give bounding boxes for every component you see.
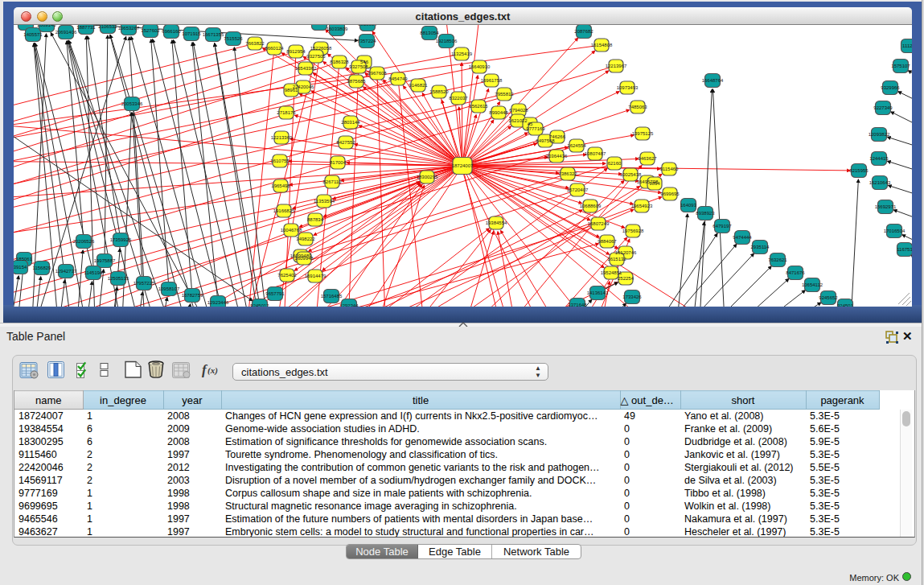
svg-text:7515526: 7515526 <box>224 36 243 41</box>
svg-text:1615132: 1615132 <box>607 257 626 262</box>
svg-text:1733426: 1733426 <box>622 295 642 299</box>
svg-text:16120746: 16120746 <box>615 250 637 255</box>
svg-text:15692971: 15692971 <box>875 204 897 209</box>
svg-text:8990448: 8990448 <box>489 110 508 115</box>
svg-text:18300295: 18300295 <box>417 175 438 179</box>
svg-text:1610755: 1610755 <box>270 159 290 163</box>
svg-text:6794028: 6794028 <box>509 108 528 113</box>
svg-text:1405571: 1405571 <box>23 32 43 37</box>
svg-text:19756928: 19756928 <box>622 229 644 233</box>
svg-text:1071915: 1071915 <box>182 31 201 36</box>
svg-text:9329966: 9329966 <box>881 85 900 90</box>
svg-text:14136141: 14136141 <box>587 290 609 295</box>
svg-text:2935114: 2935114 <box>751 245 770 249</box>
svg-text:9894: 9894 <box>649 181 660 186</box>
svg-text:1588520: 1588520 <box>429 89 449 94</box>
svg-text:16648764: 16648764 <box>702 78 724 83</box>
svg-text:20691406: 20691406 <box>55 30 77 35</box>
svg-text:8215955: 8215955 <box>849 168 869 173</box>
svg-text:9327508: 9327508 <box>349 64 368 69</box>
svg-text:9115460: 9115460 <box>660 167 680 171</box>
svg-text:9657791: 9657791 <box>265 291 285 296</box>
svg-text:7632621: 7632621 <box>768 257 787 262</box>
svg-text:2967608: 2967608 <box>368 71 387 76</box>
svg-text:9146821: 9146821 <box>409 83 428 88</box>
svg-text:1491557: 1491557 <box>16 25 35 26</box>
svg-text:2106532: 2106532 <box>98 25 117 29</box>
svg-text:8427552: 8427552 <box>336 140 355 145</box>
svg-text:16033809: 16033809 <box>326 27 348 31</box>
svg-text:7485063: 7485063 <box>628 105 647 109</box>
svg-text:1575107: 1575107 <box>891 64 910 68</box>
svg-text:10958107: 10958107 <box>158 286 180 291</box>
svg-text:2803144: 2803144 <box>341 120 360 125</box>
svg-text:7386322: 7386322 <box>558 171 577 176</box>
svg-text:16782759: 16782759 <box>182 293 203 298</box>
svg-text:11325419: 11325419 <box>451 51 473 56</box>
svg-text:7625402: 7625402 <box>277 273 297 278</box>
svg-text:98961: 98961 <box>285 88 298 93</box>
svg-text:19384554: 19384554 <box>486 220 507 225</box>
svg-text:924501: 924501 <box>837 303 854 307</box>
svg-text:7663822: 7663822 <box>245 41 265 46</box>
svg-text:817004: 817004 <box>330 160 347 165</box>
svg-text:1145194: 1145194 <box>84 270 104 275</box>
svg-text:39154: 39154 <box>14 265 27 270</box>
svg-text:9327505: 9327505 <box>306 54 326 59</box>
svg-text:12505135: 12505135 <box>108 276 129 281</box>
svg-text:1292344: 1292344 <box>339 303 359 307</box>
svg-text:19975887: 19975887 <box>94 258 116 263</box>
svg-text:16914479: 16914479 <box>305 274 326 278</box>
svg-text:20206526: 20206526 <box>73 239 95 244</box>
svg-text:8938923: 8938923 <box>696 211 715 216</box>
svg-text:11353594: 11353594 <box>314 199 335 204</box>
svg-text:12213967: 12213967 <box>606 64 627 68</box>
svg-text:7357224: 7357224 <box>357 39 376 43</box>
svg-text:8912954: 8912954 <box>286 49 306 54</box>
svg-text:19166825: 19166825 <box>273 208 295 213</box>
svg-text:13975125: 13975125 <box>632 131 654 136</box>
svg-text:8813054: 8813054 <box>420 31 439 35</box>
svg-text:10807487: 10807487 <box>585 151 606 156</box>
svg-text:1527602: 1527602 <box>141 28 160 33</box>
svg-text:2069140: 2069140 <box>37 25 56 27</box>
svg-text:8471676: 8471676 <box>786 270 805 275</box>
svg-text:16807249: 16807249 <box>588 221 610 226</box>
svg-text:185061: 185061 <box>16 257 33 262</box>
svg-text:9245012: 9245012 <box>250 303 269 307</box>
svg-text:1965498: 1965498 <box>271 183 290 188</box>
svg-text:8186328: 8186328 <box>330 60 349 64</box>
svg-text:17359926: 17359926 <box>110 237 132 242</box>
svg-text:10973493: 10973493 <box>617 85 639 90</box>
svg-text:62160: 62160 <box>608 161 622 166</box>
svg-text:2718176: 2718176 <box>277 110 296 115</box>
svg-text:8322037: 8322037 <box>449 96 468 101</box>
svg-text:1624554: 1624554 <box>567 143 586 148</box>
svg-text:12213369: 12213369 <box>271 135 293 140</box>
svg-text:10654112: 10654112 <box>802 282 823 287</box>
svg-text:17016504: 17016504 <box>884 229 906 233</box>
svg-text:887834: 887834 <box>307 217 324 222</box>
svg-text:16210643: 16210643 <box>869 180 891 185</box>
svg-text:20364436: 20364436 <box>546 154 568 159</box>
svg-text:15226058: 15226058 <box>310 46 332 51</box>
svg-text:7955812: 7955812 <box>495 92 514 97</box>
svg-text:164093: 164093 <box>680 203 697 208</box>
svg-text:9474444: 9474444 <box>733 235 752 240</box>
svg-text:11125: 11125 <box>902 43 912 48</box>
svg-text:(x): (x) <box>207 365 218 376</box>
svg-text:17957225: 17957225 <box>133 281 155 286</box>
svg-text:19654923: 19654923 <box>631 204 653 208</box>
svg-text:746266: 746266 <box>549 134 566 139</box>
svg-text:9884067: 9884067 <box>598 239 617 244</box>
svg-text:12942737: 12942737 <box>55 269 77 274</box>
svg-text:16671355: 16671355 <box>203 32 224 37</box>
svg-text:10653267: 10653267 <box>118 26 140 31</box>
svg-text:1371648: 1371648 <box>568 303 587 307</box>
svg-text:12923446: 12923446 <box>207 300 229 305</box>
svg-text:9227349: 9227349 <box>873 105 893 110</box>
svg-text:16154808: 16154808 <box>591 43 613 47</box>
svg-text:1562615: 1562615 <box>469 104 488 109</box>
svg-text:10688609: 10688609 <box>580 204 602 208</box>
svg-text:9699695: 9699695 <box>660 192 680 196</box>
